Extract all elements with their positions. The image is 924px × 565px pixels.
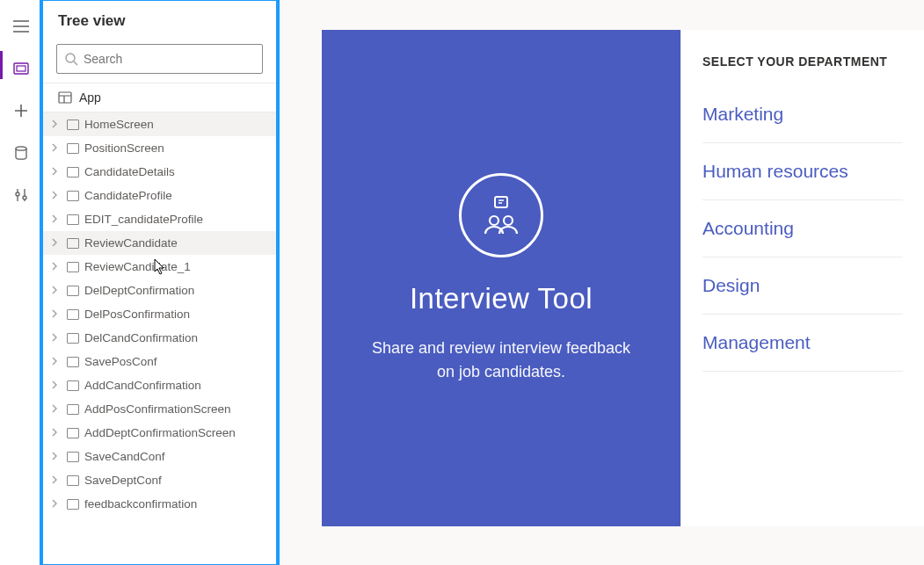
app-label: App	[79, 91, 101, 105]
chevron-right-icon	[51, 141, 62, 155]
tree-item[interactable]: HomeScreen···	[42, 112, 277, 136]
screen-icon	[67, 452, 79, 462]
screen-icon	[67, 167, 79, 177]
hamburger-icon[interactable]	[11, 16, 32, 37]
tree-item[interactable]: EDIT_candidateProfile	[42, 207, 277, 231]
chevron-right-icon	[51, 284, 62, 297]
screen-icon	[67, 214, 79, 225]
screen-icon	[67, 143, 79, 154]
department-item[interactable]: Accounting	[702, 200, 903, 257]
chevron-right-icon	[51, 118, 62, 131]
chevron-right-icon	[51, 308, 62, 321]
department-heading: SELECT YOUR DEPARTMENT	[702, 54, 903, 69]
tree-item[interactable]: ReviewCandidate_1	[42, 255, 277, 279]
tree-item[interactable]: AddPosConfirmationScreen	[42, 397, 277, 421]
department-item[interactable]: Management	[702, 315, 903, 372]
tree-item-label: DelCandConfirmation	[84, 331, 198, 344]
svg-rect-1	[17, 66, 25, 71]
tree-item[interactable]: DelPosConfirmation	[42, 302, 277, 326]
tree-item-label: HomeScreen	[84, 118, 154, 131]
tree-view-icon[interactable]	[11, 58, 32, 79]
tools-icon[interactable]	[11, 185, 32, 206]
department-item[interactable]: Human resources	[702, 143, 903, 200]
tree-item[interactable]: DelCandConfirmation	[42, 326, 277, 350]
tree-item[interactable]: AddCandConfirmation	[42, 373, 277, 397]
screen-icon	[67, 428, 79, 438]
svg-point-7	[504, 216, 513, 225]
tree-item[interactable]: ReviewCandidate···	[42, 231, 277, 255]
search-icon	[64, 52, 78, 66]
chevron-right-icon	[51, 426, 62, 439]
screen-icon	[67, 191, 79, 201]
tree-item[interactable]: SaveCandConf	[42, 445, 277, 468]
tree-item-label: CandidateProfile	[84, 189, 172, 202]
screen-icon	[67, 333, 79, 344]
tree-item[interactable]: CandidateProfile	[42, 184, 277, 207]
tree-item[interactable]: AddDeptConfirmationScreen	[42, 421, 277, 445]
screen-icon	[67, 309, 79, 320]
tree-item-label: AddDeptConfirmationScreen	[84, 426, 236, 439]
department-panel: SELECT YOUR DEPARTMENT MarketingHuman re…	[680, 30, 924, 526]
svg-rect-4	[59, 92, 71, 103]
chevron-right-icon	[51, 331, 62, 344]
phone-subtitle: Share and review interview feedback on j…	[369, 337, 633, 384]
tree-item-label: feedbackconfirmation	[84, 497, 197, 511]
svg-rect-5	[495, 197, 507, 207]
phone-preview: Interview Tool Share and review intervie…	[322, 30, 680, 526]
svg-point-2	[16, 147, 26, 150]
rail-active-indicator	[0, 51, 3, 79]
chevron-right-icon	[51, 474, 62, 487]
screen-icon	[67, 404, 79, 415]
chevron-right-icon	[51, 213, 62, 226]
search-input[interactable]	[84, 52, 255, 66]
tree-view-panel: Tree view ✕ App HomeScreen···PositionScr…	[42, 0, 278, 565]
tree-app-root[interactable]: App	[42, 83, 277, 112]
chevron-right-icon	[51, 236, 62, 250]
department-item[interactable]: Marketing	[702, 86, 903, 143]
left-rail	[0, 0, 42, 565]
screen-icon	[67, 380, 79, 391]
tree-item-label: SaveCandConf	[84, 450, 165, 463]
chevron-right-icon	[51, 402, 62, 416]
tree-item-label: EDIT_candidateProfile	[84, 213, 203, 226]
tree-item-label: ReviewCandidate	[84, 236, 178, 250]
interview-icon	[459, 173, 543, 257]
insert-icon[interactable]	[11, 100, 32, 121]
data-icon[interactable]	[11, 142, 32, 163]
chevron-right-icon	[51, 260, 62, 273]
screen-icon	[67, 357, 79, 367]
department-item[interactable]: Design	[702, 257, 903, 315]
tree-item[interactable]: SavePosConf	[42, 350, 277, 373]
screen-icon	[67, 286, 79, 296]
canvas-area: Interview Tool Share and review intervie…	[278, 0, 924, 565]
svg-point-6	[490, 216, 498, 225]
tree-item-label: DelDeptConfirmation	[84, 284, 194, 297]
search-input-wrap[interactable]	[56, 44, 263, 74]
app-icon	[58, 91, 72, 105]
tree-item[interactable]: PositionScreen	[42, 136, 277, 160]
panel-title: Tree view	[58, 12, 126, 30]
tree-list: HomeScreen···PositionScreenCandidateDeta…	[42, 112, 277, 565]
chevron-right-icon	[51, 450, 62, 463]
chevron-right-icon	[51, 165, 62, 178]
svg-rect-0	[14, 63, 28, 74]
tree-item-label: AddPosConfirmationScreen	[84, 402, 231, 416]
tree-item-label: CandidateDetails	[84, 165, 175, 178]
tree-item-label: ReviewCandidate_1	[84, 260, 191, 273]
tree-item-label: PositionScreen	[84, 141, 164, 155]
screen-icon	[67, 238, 79, 249]
chevron-right-icon	[51, 355, 62, 368]
screen-icon	[67, 262, 79, 272]
tree-item-label: SaveDeptConf	[84, 474, 162, 487]
screen-icon	[67, 120, 79, 130]
tree-item[interactable]: CandidateDetails	[42, 160, 277, 184]
svg-point-3	[66, 54, 75, 62]
phone-title: Interview Tool	[410, 282, 593, 315]
chevron-right-icon	[51, 189, 62, 202]
tree-item[interactable]: DelDeptConfirmation	[42, 279, 277, 302]
screen-icon	[67, 499, 79, 510]
tree-item[interactable]: feedbackconfirmation	[42, 492, 277, 516]
screen-icon	[67, 475, 79, 486]
tree-item-label: SavePosConf	[84, 355, 157, 368]
tree-item[interactable]: SaveDeptConf	[42, 468, 277, 492]
